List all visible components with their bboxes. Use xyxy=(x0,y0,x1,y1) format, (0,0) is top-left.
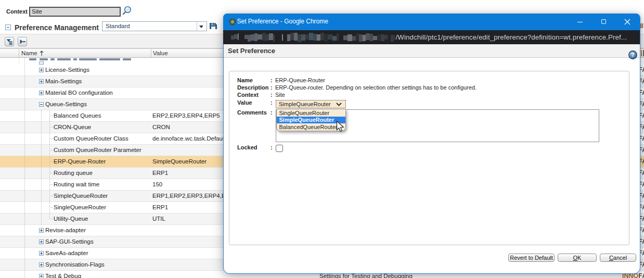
svg-text:?: ? xyxy=(631,52,635,58)
